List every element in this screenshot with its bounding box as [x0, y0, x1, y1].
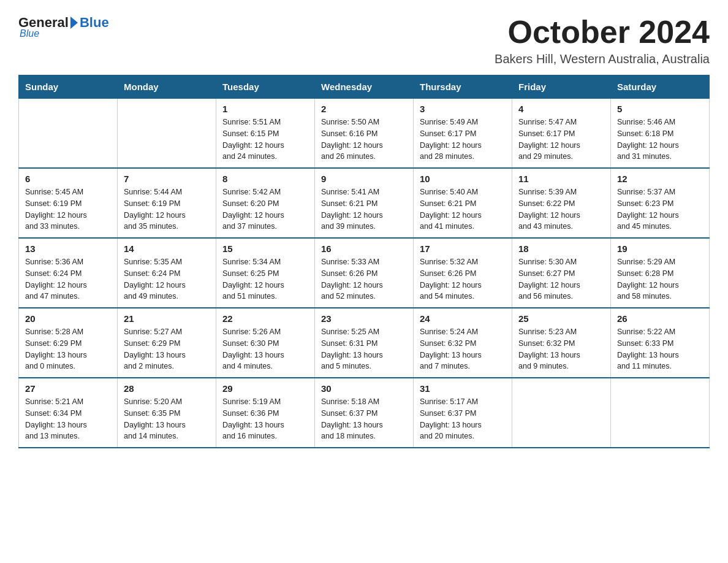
day-number: 25 — [518, 313, 604, 324]
logo: General Blue Blue — [18, 15, 109, 39]
calendar-day-cell: 10Sunrise: 5:40 AM Sunset: 6:21 PM Dayli… — [414, 168, 512, 238]
day-number: 5 — [617, 104, 703, 114]
day-number: 20 — [25, 313, 111, 324]
day-info: Sunrise: 5:28 AM Sunset: 6:29 PM Dayligh… — [25, 326, 111, 372]
day-number: 12 — [617, 174, 703, 184]
calendar-day-cell: 26Sunrise: 5:22 AM Sunset: 6:33 PM Dayli… — [611, 308, 710, 378]
calendar-day-cell: 2Sunrise: 5:50 AM Sunset: 6:16 PM Daylig… — [315, 99, 414, 169]
calendar-day-cell: 29Sunrise: 5:19 AM Sunset: 6:36 PM Dayli… — [216, 378, 315, 448]
day-number: 17 — [420, 243, 506, 254]
location-title: Bakers Hill, Western Australia, Australi… — [495, 52, 710, 66]
day-number: 8 — [222, 174, 308, 184]
day-number: 18 — [518, 243, 604, 254]
page-header: General Blue Blue October 2024 Bakers Hi… — [18, 15, 710, 66]
day-of-week-header: Thursday — [414, 75, 512, 99]
day-of-week-header: Friday — [512, 75, 611, 99]
calendar-day-cell — [118, 99, 216, 169]
day-info: Sunrise: 5:21 AM Sunset: 6:34 PM Dayligh… — [25, 396, 111, 442]
logo-underline: Blue — [20, 28, 39, 39]
day-info: Sunrise: 5:42 AM Sunset: 6:20 PM Dayligh… — [222, 186, 308, 232]
day-number: 2 — [321, 104, 407, 114]
day-info: Sunrise: 5:30 AM Sunset: 6:27 PM Dayligh… — [518, 256, 604, 302]
day-info: Sunrise: 5:35 AM Sunset: 6:24 PM Dayligh… — [124, 256, 210, 302]
calendar-day-cell: 17Sunrise: 5:32 AM Sunset: 6:26 PM Dayli… — [414, 238, 512, 308]
day-number: 13 — [25, 243, 111, 254]
title-area: October 2024 Bakers Hill, Western Austra… — [495, 15, 710, 66]
calendar-day-cell: 4Sunrise: 5:47 AM Sunset: 6:17 PM Daylig… — [512, 99, 611, 169]
day-info: Sunrise: 5:46 AM Sunset: 6:18 PM Dayligh… — [617, 117, 703, 163]
day-info: Sunrise: 5:44 AM Sunset: 6:19 PM Dayligh… — [124, 186, 210, 232]
calendar-day-cell: 8Sunrise: 5:42 AM Sunset: 6:20 PM Daylig… — [216, 168, 315, 238]
logo-blue: Blue — [80, 15, 109, 31]
logo-arrow-icon — [70, 17, 78, 29]
day-number: 31 — [420, 383, 506, 394]
day-number: 16 — [321, 243, 407, 254]
day-number: 15 — [222, 243, 308, 254]
calendar-day-cell: 25Sunrise: 5:23 AM Sunset: 6:32 PM Dayli… — [512, 308, 611, 378]
calendar-day-cell — [19, 99, 118, 169]
day-info: Sunrise: 5:32 AM Sunset: 6:26 PM Dayligh… — [420, 256, 506, 302]
calendar-day-cell: 22Sunrise: 5:26 AM Sunset: 6:30 PM Dayli… — [216, 308, 315, 378]
day-number: 1 — [222, 104, 308, 114]
calendar-week-row: 20Sunrise: 5:28 AM Sunset: 6:29 PM Dayli… — [19, 308, 710, 378]
day-number: 27 — [25, 383, 111, 394]
calendar-day-cell: 5Sunrise: 5:46 AM Sunset: 6:18 PM Daylig… — [611, 99, 710, 169]
calendar-day-cell: 24Sunrise: 5:24 AM Sunset: 6:32 PM Dayli… — [414, 308, 512, 378]
calendar-day-cell: 23Sunrise: 5:25 AM Sunset: 6:31 PM Dayli… — [315, 308, 414, 378]
day-info: Sunrise: 5:49 AM Sunset: 6:17 PM Dayligh… — [420, 117, 506, 163]
day-number: 10 — [420, 174, 506, 184]
day-number: 19 — [617, 243, 703, 254]
day-info: Sunrise: 5:50 AM Sunset: 6:16 PM Dayligh… — [321, 117, 407, 163]
calendar-day-cell: 30Sunrise: 5:18 AM Sunset: 6:37 PM Dayli… — [315, 378, 414, 448]
day-info: Sunrise: 5:19 AM Sunset: 6:36 PM Dayligh… — [222, 396, 308, 442]
day-of-week-header: Monday — [118, 75, 216, 99]
day-number: 28 — [124, 383, 210, 394]
calendar-day-cell: 1Sunrise: 5:51 AM Sunset: 6:15 PM Daylig… — [216, 99, 315, 169]
calendar-day-cell: 3Sunrise: 5:49 AM Sunset: 6:17 PM Daylig… — [414, 99, 512, 169]
day-info: Sunrise: 5:40 AM Sunset: 6:21 PM Dayligh… — [420, 186, 506, 232]
day-info: Sunrise: 5:25 AM Sunset: 6:31 PM Dayligh… — [321, 326, 407, 372]
day-number: 22 — [222, 313, 308, 324]
calendar-day-cell: 7Sunrise: 5:44 AM Sunset: 6:19 PM Daylig… — [118, 168, 216, 238]
day-number: 4 — [518, 104, 604, 114]
day-info: Sunrise: 5:51 AM Sunset: 6:15 PM Dayligh… — [222, 117, 308, 163]
calendar-day-cell: 27Sunrise: 5:21 AM Sunset: 6:34 PM Dayli… — [19, 378, 118, 448]
calendar-day-cell: 20Sunrise: 5:28 AM Sunset: 6:29 PM Dayli… — [19, 308, 118, 378]
day-number: 9 — [321, 174, 407, 184]
day-info: Sunrise: 5:18 AM Sunset: 6:37 PM Dayligh… — [321, 396, 407, 442]
day-info: Sunrise: 5:20 AM Sunset: 6:35 PM Dayligh… — [124, 396, 210, 442]
calendar-day-cell: 9Sunrise: 5:41 AM Sunset: 6:21 PM Daylig… — [315, 168, 414, 238]
calendar-week-row: 13Sunrise: 5:36 AM Sunset: 6:24 PM Dayli… — [19, 238, 710, 308]
month-title: October 2024 — [495, 15, 710, 50]
day-info: Sunrise: 5:17 AM Sunset: 6:37 PM Dayligh… — [420, 396, 506, 442]
day-number: 3 — [420, 104, 506, 114]
day-info: Sunrise: 5:22 AM Sunset: 6:33 PM Dayligh… — [617, 326, 703, 372]
calendar-day-cell: 14Sunrise: 5:35 AM Sunset: 6:24 PM Dayli… — [118, 238, 216, 308]
day-number: 23 — [321, 313, 407, 324]
calendar-day-cell: 18Sunrise: 5:30 AM Sunset: 6:27 PM Dayli… — [512, 238, 611, 308]
calendar-header-row: SundayMondayTuesdayWednesdayThursdayFrid… — [19, 75, 710, 99]
day-number: 21 — [124, 313, 210, 324]
day-info: Sunrise: 5:41 AM Sunset: 6:21 PM Dayligh… — [321, 186, 407, 232]
calendar-week-row: 1Sunrise: 5:51 AM Sunset: 6:15 PM Daylig… — [19, 99, 710, 169]
day-of-week-header: Saturday — [611, 75, 710, 99]
day-number: 11 — [518, 174, 604, 184]
day-info: Sunrise: 5:45 AM Sunset: 6:19 PM Dayligh… — [25, 186, 111, 232]
day-of-week-header: Tuesday — [216, 75, 315, 99]
day-info: Sunrise: 5:36 AM Sunset: 6:24 PM Dayligh… — [25, 256, 111, 302]
day-info: Sunrise: 5:27 AM Sunset: 6:29 PM Dayligh… — [124, 326, 210, 372]
day-number: 29 — [222, 383, 308, 394]
day-info: Sunrise: 5:39 AM Sunset: 6:22 PM Dayligh… — [518, 186, 604, 232]
day-info: Sunrise: 5:37 AM Sunset: 6:23 PM Dayligh… — [617, 186, 703, 232]
day-info: Sunrise: 5:23 AM Sunset: 6:32 PM Dayligh… — [518, 326, 604, 372]
calendar-day-cell — [611, 378, 710, 448]
day-number: 7 — [124, 174, 210, 184]
day-number: 26 — [617, 313, 703, 324]
day-number: 6 — [25, 174, 111, 184]
calendar-day-cell: 13Sunrise: 5:36 AM Sunset: 6:24 PM Dayli… — [19, 238, 118, 308]
day-info: Sunrise: 5:47 AM Sunset: 6:17 PM Dayligh… — [518, 117, 604, 163]
calendar-day-cell: 12Sunrise: 5:37 AM Sunset: 6:23 PM Dayli… — [611, 168, 710, 238]
calendar-day-cell: 21Sunrise: 5:27 AM Sunset: 6:29 PM Dayli… — [118, 308, 216, 378]
day-info: Sunrise: 5:26 AM Sunset: 6:30 PM Dayligh… — [222, 326, 308, 372]
calendar-week-row: 27Sunrise: 5:21 AM Sunset: 6:34 PM Dayli… — [19, 378, 710, 448]
